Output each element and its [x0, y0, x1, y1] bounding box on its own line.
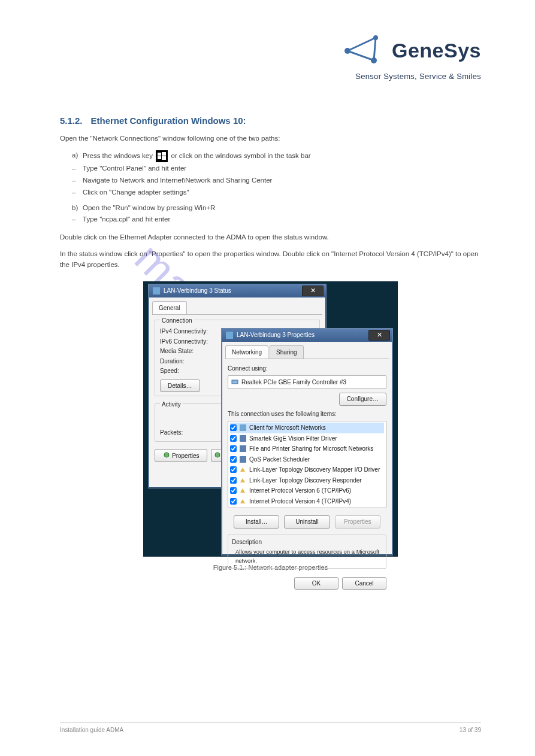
field-label: Speed:: [160, 366, 220, 376]
service-icon: [239, 445, 247, 453]
gear-icon: [162, 451, 170, 459]
list-text: Press the windows key: [83, 152, 153, 159]
step-paragraph: Double click on the Ethernet Adapter con…: [60, 232, 481, 243]
item-label: Internet Protocol Version 4 (TCP/IPv4): [249, 497, 351, 506]
protocol-icon: [239, 466, 247, 473]
list-item: Open the "Run" window by pressing Win+R: [83, 203, 215, 214]
item-checkbox[interactable]: [230, 424, 237, 431]
tab-general[interactable]: General: [152, 301, 187, 315]
svg-rect-13: [240, 435, 246, 442]
group-label: Connection: [160, 316, 194, 326]
field-label: Connect using:: [228, 364, 386, 374]
field-label: IPv6 Connectivity:: [160, 337, 220, 347]
item-checkbox[interactable]: [230, 445, 237, 452]
field-label: Duration:: [160, 357, 220, 366]
list-marker: –: [72, 187, 78, 198]
field-label: This connection uses the following items…: [228, 409, 386, 419]
service-icon: [239, 456, 247, 463]
tab-sharing[interactable]: Sharing: [270, 345, 303, 359]
field-label: Media State:: [160, 347, 220, 356]
close-icon[interactable]: ✕: [368, 330, 390, 341]
list-item[interactable]: Smartek GigE Vision Filter Driver: [230, 433, 384, 444]
svg-rect-12: [240, 424, 246, 431]
list-marker: –: [72, 175, 78, 186]
ok-button[interactable]: OK: [294, 577, 338, 590]
intro-paragraph: Open the "Network Connections" window fo…: [60, 133, 481, 144]
footer-doc-title: Installation guide ADMA: [60, 727, 123, 733]
svg-rect-4: [162, 152, 166, 156]
description-box: Description Allows your computer to acce…: [228, 535, 386, 569]
item-checkbox[interactable]: [230, 487, 237, 494]
section-number: 5.1.2.: [60, 114, 83, 127]
list-marker: b): [72, 203, 78, 214]
item-checkbox[interactable]: [230, 466, 237, 473]
item-checkbox[interactable]: [230, 456, 237, 463]
list-marker: –: [72, 214, 78, 225]
brand-mark-icon: [343, 33, 386, 68]
section-title: Ethernet Configuration Windows 10:: [91, 114, 246, 127]
svg-point-9: [215, 453, 220, 457]
list-item[interactable]: Internet Protocol Version 4 (TCP/IPv4): [230, 496, 384, 507]
svg-rect-11: [232, 380, 238, 384]
adapter-field[interactable]: Realtek PCIe GBE Family Controller #3: [228, 375, 386, 390]
list-item[interactable]: Link-Layer Topology Discovery Mapper I/O…: [230, 464, 384, 475]
figure-network-properties: LAN-Verbindung 3 Status ✕ General Connec…: [143, 281, 398, 573]
app-icon: [225, 331, 233, 339]
list-marker: –: [72, 163, 78, 174]
step-paragraph: In the status window click on "Propertie…: [60, 249, 481, 271]
brand-tagline: Sensor Systems, Service & Smiles: [343, 72, 481, 81]
item-label: Link-Layer Topology Discovery Responder: [249, 476, 362, 485]
group-label: Activity: [160, 400, 183, 409]
client-icon: [239, 424, 247, 432]
driver-icon: [239, 435, 247, 442]
item-checkbox[interactable]: [230, 477, 237, 484]
brand-logo-block: GeneSys Sensor Systems, Service & Smiles: [343, 33, 481, 81]
field-label: IPv4 Connectivity:: [160, 327, 220, 336]
properties-button[interactable]: Properties: [155, 449, 207, 462]
item-checkbox[interactable]: [230, 435, 237, 442]
install-button[interactable]: Install…: [234, 515, 279, 529]
close-icon[interactable]: ✕: [302, 286, 324, 296]
list-item[interactable]: Internet Protocol Version 6 (TCP/IPv6): [230, 485, 384, 496]
field-label: Packets:: [160, 428, 220, 438]
window-properties: LAN-Verbindung 3 Properties ✕ Networking…: [221, 328, 393, 555]
svg-rect-10: [226, 332, 233, 339]
list-item: Type "ncpa.cpl" and hit enter: [83, 214, 170, 225]
description-text: Allows your computer to access resources…: [232, 548, 382, 565]
list-item[interactable]: Link-Layer Topology Discovery Responder: [230, 475, 384, 486]
uninstall-button[interactable]: Uninstall: [284, 515, 330, 529]
protocol-icon: [239, 476, 247, 484]
protocol-icon: [239, 497, 247, 505]
tab-networking[interactable]: Networking: [225, 345, 268, 359]
list-item[interactable]: QoS Packet Scheduler: [230, 454, 384, 465]
list-item: Type "Control Panel" and hit enter: [83, 163, 186, 174]
list-item[interactable]: File and Printer Sharing for Microsoft N…: [230, 444, 384, 454]
window-title-text: LAN-Verbindung 3 Status: [164, 286, 231, 296]
svg-rect-6: [162, 156, 166, 160]
windows-key-icon: [156, 150, 168, 162]
cancel-button[interactable]: Cancel: [342, 577, 386, 590]
list-item: Click on "Change adapter settings": [83, 187, 189, 198]
svg-rect-14: [240, 445, 246, 452]
svg-rect-3: [158, 153, 161, 156]
connection-items-list[interactable]: Client for Microsoft Networks Smartek Gi…: [228, 421, 386, 508]
item-checkbox[interactable]: [230, 498, 237, 505]
list-item[interactable]: Client for Microsoft Networks: [230, 423, 384, 433]
page-footer: Installation guide ADMA 13 of 39: [60, 722, 481, 733]
item-label: QoS Packet Scheduler: [249, 455, 310, 464]
svg-rect-7: [153, 287, 160, 294]
adapter-name: Realtek PCIe GBE Family Controller #3: [241, 378, 346, 387]
item-label: Link-Layer Topology Discovery Mapper I/O…: [249, 465, 380, 475]
app-icon: [152, 287, 160, 294]
svg-rect-5: [158, 156, 161, 159]
protocol-icon: [239, 487, 247, 494]
configure-button[interactable]: Configure…: [339, 393, 386, 406]
item-properties-button: Properties: [335, 515, 380, 529]
list-item: Navigate to Network and Internet\Network…: [83, 175, 272, 186]
brand-name: GeneSys: [392, 39, 481, 62]
window-titlebar: LAN-Verbindung 3 Status ✕: [149, 284, 326, 297]
window-title-text: LAN-Verbindung 3 Properties: [237, 330, 315, 340]
svg-rect-15: [240, 456, 246, 463]
details-button[interactable]: Details…: [160, 379, 200, 393]
description-label: Description: [232, 538, 382, 547]
